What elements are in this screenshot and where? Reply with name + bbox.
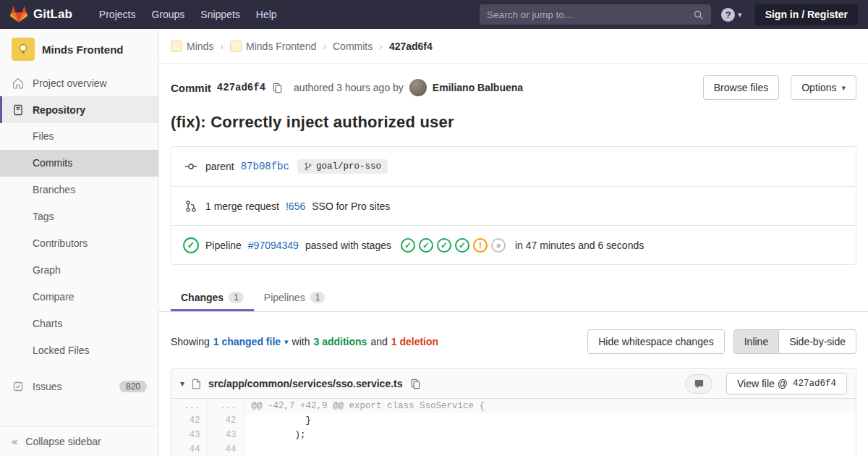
view-file-button[interactable]: View file @ 427ad6f4 (726, 373, 847, 394)
stage-skipped-icon[interactable]: » (491, 238, 506, 253)
sidebar-item-issues[interactable]: Issues 820 (0, 373, 158, 400)
breadcrumb-item[interactable]: Minds Frontend (230, 41, 316, 52)
diff-table: ......@@ -42,7 +42,9 @@ export class Sso… (171, 399, 856, 456)
sidebar-item-tags[interactable]: Tags (0, 203, 158, 230)
parent-label: parent (205, 161, 234, 172)
hide-whitespace-button[interactable]: Hide whitespace changes (587, 329, 725, 354)
project-context-header[interactable]: Minds Frontend (0, 29, 158, 69)
parent-sha-link[interactable]: 87b08fbc (241, 161, 289, 172)
project-title: Minds Frontend (42, 43, 124, 56)
diff-table-body: ......@@ -42,7 +42,9 @@ export class Sso… (171, 399, 856, 456)
breadcrumb-avatar (171, 41, 182, 52)
tab-changes[interactable]: Changes 1 (171, 284, 254, 311)
gitlab-home-link[interactable]: GitLab (10, 6, 72, 23)
stage-success-icon[interactable]: ✓ (437, 238, 451, 253)
deletions-count: 1 deletion (391, 336, 438, 347)
diff-file-panel: ▾ src/app/common/services/sso.service.ts… (171, 368, 856, 456)
search-box[interactable] (480, 4, 711, 25)
breadcrumb: Minds›Minds Frontend›Commits›427ad6f4 (159, 29, 868, 64)
sidebar-item-graph[interactable]: Graph (0, 257, 158, 284)
mr-id-link[interactable]: !656 (286, 200, 305, 212)
merge-request-icon (183, 200, 199, 213)
copy-file-path-button[interactable] (409, 378, 422, 390)
collapse-diff-caret[interactable]: ▾ (180, 379, 184, 389)
new-line-number[interactable]: 43 (208, 428, 244, 442)
issues-count-badge: 820 (119, 381, 147, 392)
pipeline-status-text: passed with stages (305, 240, 391, 251)
old-line-number[interactable]: 44 (171, 442, 208, 456)
pipeline-id-link[interactable]: #97094349 (248, 240, 299, 251)
chevron-down-icon: ▾ (841, 83, 846, 93)
chevron-down-icon: ▾ (738, 10, 742, 20)
collapse-label: Collapse sidebar (25, 436, 101, 447)
sidebar-item-project-overview[interactable]: Project overview (0, 69, 158, 96)
file-comments-button[interactable] (685, 374, 712, 394)
file-path[interactable]: src/app/common/services/sso.service.ts (208, 378, 402, 389)
pipeline-row: ✓ Pipeline #97094349 passed with stages … (171, 225, 856, 264)
commit-icon (183, 160, 199, 173)
collapse-sidebar-button[interactable]: « Collapse sidebar (0, 426, 158, 456)
branch-name: goal/pro-sso (316, 161, 381, 172)
tab-pipelines[interactable]: Pipelines 1 (254, 284, 336, 311)
sidebar-item-commits[interactable]: Commits (0, 150, 158, 177)
with-label: with (292, 336, 310, 347)
new-line-number[interactable]: 42 (208, 413, 244, 428)
parent-row: parent 87b08fbc goal/pro-sso (171, 147, 856, 186)
branch-ref-label[interactable]: goal/pro-sso (297, 159, 388, 174)
help-menu[interactable]: ? ▾ (721, 8, 742, 22)
chevron-right-icon: › (220, 41, 224, 52)
diff-controls: Showing 1 changed file ▾ with 3 addition… (159, 329, 868, 354)
sidebar-item-charts[interactable]: Charts (0, 311, 158, 337)
inline-view-button[interactable]: Inline (733, 329, 779, 354)
stage-warning-icon[interactable]: ! (473, 238, 488, 253)
browse-files-button[interactable]: Browse files (703, 75, 779, 100)
stage-success-icon[interactable]: ✓ (455, 238, 469, 253)
breadcrumb-item[interactable]: Commits (333, 41, 373, 52)
merge-request-row: 1 merge request !656 SSO for Pro sites (171, 186, 856, 225)
tab-pipelines-label: Pipelines (264, 292, 305, 303)
commit-label: Commit (171, 82, 211, 94)
old-line-number[interactable]: 43 (171, 428, 208, 442)
sidebar-item-branches[interactable]: Branches (0, 177, 158, 203)
stage-success-icon[interactable]: ✓ (419, 238, 433, 253)
mr-prefix: 1 merge request (205, 200, 279, 212)
authored-text: authored 3 hours ago by (294, 82, 404, 93)
pipeline-status-icon[interactable]: ✓ (183, 237, 199, 253)
help-icon: ? (721, 8, 735, 22)
nav-item-help[interactable]: Help (248, 0, 285, 29)
sidebar-item-contributors[interactable]: Contributors (0, 230, 158, 257)
copy-commit-sha-button[interactable] (271, 82, 284, 94)
main-nav: ProjectsGroupsSnippetsHelp (91, 0, 285, 29)
file-icon (191, 379, 202, 389)
side-by-side-view-button[interactable]: Side-by-side (778, 329, 856, 354)
diff-file-header: ▾ src/app/common/services/sso.service.ts… (171, 369, 856, 399)
author-avatar[interactable] (409, 79, 427, 96)
sidebar-item-compare[interactable]: Compare (0, 284, 158, 311)
nav-item-snippets[interactable]: Snippets (192, 0, 247, 29)
stage-success-icon[interactable]: ✓ (401, 238, 415, 253)
options-dropdown[interactable]: Options ▾ (791, 75, 856, 100)
repository-icon (12, 104, 25, 116)
changed-files-dropdown[interactable]: 1 changed file (213, 336, 281, 347)
tab-pipelines-count: 1 (310, 292, 326, 303)
sign-in-button[interactable]: Sign in / Register (755, 4, 858, 25)
old-line-number[interactable]: 42 (171, 413, 208, 428)
nav-item-projects[interactable]: Projects (91, 0, 144, 29)
commit-title: (fix): Correctly inject authorized user (159, 100, 868, 132)
new-line-number[interactable]: ... (208, 399, 244, 413)
breadcrumb-avatar (230, 41, 242, 52)
sidebar-item-label: Issues (33, 381, 61, 392)
and-label: and (370, 336, 387, 347)
old-line-number[interactable]: ... (171, 399, 208, 413)
nav-item-groups[interactable]: Groups (143, 0, 192, 29)
new-line-number[interactable]: 44 (208, 442, 244, 456)
sidebar-item-files[interactable]: Files (0, 123, 158, 150)
diff-row: 4242 } (171, 413, 856, 428)
sidebar-item-repository[interactable]: Repository (0, 96, 158, 123)
search-input[interactable] (487, 9, 693, 20)
diff-row: 4444 (171, 442, 856, 456)
author-name[interactable]: Emiliano Balbuena (433, 82, 523, 93)
breadcrumb-item[interactable]: Minds (171, 41, 213, 52)
lightbulb-icon (17, 43, 30, 56)
sidebar-item-locked-files[interactable]: Locked Files (0, 337, 158, 364)
